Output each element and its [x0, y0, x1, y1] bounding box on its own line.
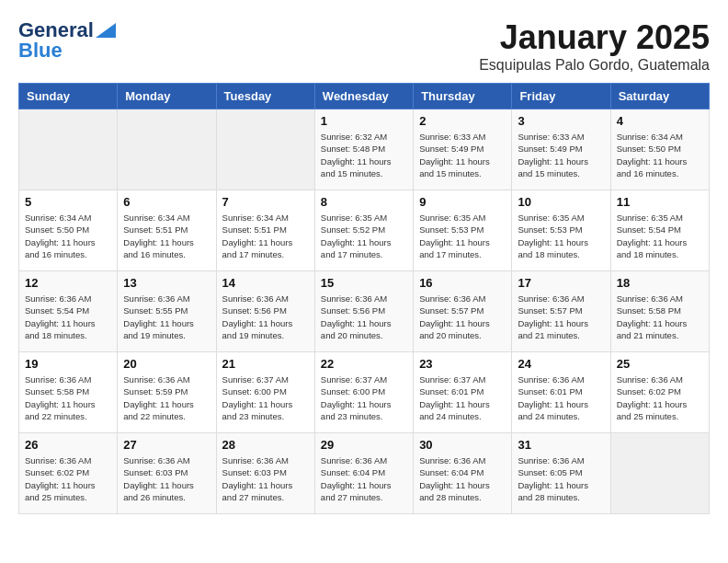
- calendar-cell: [610, 433, 709, 514]
- calendar-cell: 13Sunrise: 6:36 AM Sunset: 5:55 PM Dayli…: [118, 271, 216, 352]
- day-number: 10: [518, 195, 604, 209]
- day-number: 15: [321, 276, 407, 290]
- calendar-cell: 16Sunrise: 6:36 AM Sunset: 5:57 PM Dayli…: [414, 271, 512, 352]
- day-info: Sunrise: 6:36 AM Sunset: 5:54 PM Dayligh…: [25, 293, 111, 341]
- calendar-cell: 29Sunrise: 6:36 AM Sunset: 6:04 PM Dayli…: [314, 433, 413, 514]
- day-info: Sunrise: 6:37 AM Sunset: 6:00 PM Dayligh…: [222, 373, 309, 422]
- day-number: 20: [123, 357, 210, 371]
- logo-icon: [96, 23, 116, 38]
- calendar-week-row: 5Sunrise: 6:34 AM Sunset: 5:50 PM Daylig…: [19, 190, 710, 271]
- day-info: Sunrise: 6:36 AM Sunset: 6:02 PM Dayligh…: [617, 373, 703, 422]
- day-number: 14: [222, 276, 309, 290]
- day-number: 28: [222, 438, 309, 452]
- day-info: Sunrise: 6:36 AM Sunset: 6:01 PM Dayligh…: [518, 373, 604, 422]
- calendar-cell: 14Sunrise: 6:36 AM Sunset: 5:56 PM Dayli…: [216, 271, 314, 352]
- calendar-cell: 9Sunrise: 6:35 AM Sunset: 5:53 PM Daylig…: [414, 190, 512, 271]
- calendar-cell: 3Sunrise: 6:33 AM Sunset: 5:49 PM Daylig…: [512, 109, 610, 190]
- day-info: Sunrise: 6:36 AM Sunset: 5:58 PM Dayligh…: [25, 373, 111, 422]
- day-info: Sunrise: 6:36 AM Sunset: 5:59 PM Dayligh…: [123, 373, 210, 422]
- day-number: 30: [419, 438, 506, 452]
- day-info: Sunrise: 6:37 AM Sunset: 6:00 PM Dayligh…: [321, 373, 407, 422]
- page-header: General Blue January 2025 Esquipulas Pal…: [18, 18, 710, 74]
- day-number: 19: [25, 357, 111, 371]
- day-number: 4: [617, 114, 703, 128]
- day-number: 11: [617, 195, 703, 209]
- day-info: Sunrise: 6:35 AM Sunset: 5:54 PM Dayligh…: [617, 212, 703, 260]
- calendar-cell: 2Sunrise: 6:33 AM Sunset: 5:49 PM Daylig…: [414, 109, 512, 190]
- day-number: 3: [518, 114, 604, 128]
- calendar-cell: 20Sunrise: 6:36 AM Sunset: 5:59 PM Dayli…: [118, 352, 216, 433]
- day-number: 23: [419, 357, 506, 371]
- day-number: 6: [123, 195, 210, 209]
- day-info: Sunrise: 6:34 AM Sunset: 5:51 PM Dayligh…: [222, 212, 309, 260]
- day-info: Sunrise: 6:33 AM Sunset: 5:49 PM Dayligh…: [419, 131, 506, 179]
- calendar-cell: 31Sunrise: 6:36 AM Sunset: 6:05 PM Dayli…: [512, 433, 610, 514]
- month-title: January 2025: [479, 18, 710, 57]
- location-title: Esquipulas Palo Gordo, Guatemala: [479, 57, 710, 74]
- day-info: Sunrise: 6:36 AM Sunset: 5:56 PM Dayligh…: [222, 293, 309, 341]
- calendar-cell: 22Sunrise: 6:37 AM Sunset: 6:00 PM Dayli…: [314, 352, 413, 433]
- day-number: 1: [321, 114, 407, 128]
- day-number: 26: [25, 438, 111, 452]
- logo-text-blue: Blue: [18, 39, 63, 63]
- day-info: Sunrise: 6:36 AM Sunset: 5:55 PM Dayligh…: [123, 293, 210, 341]
- day-info: Sunrise: 6:33 AM Sunset: 5:49 PM Dayligh…: [518, 131, 604, 179]
- day-info: Sunrise: 6:36 AM Sunset: 6:04 PM Dayligh…: [419, 454, 506, 503]
- day-info: Sunrise: 6:36 AM Sunset: 6:02 PM Dayligh…: [25, 454, 111, 503]
- day-number: 5: [25, 195, 111, 209]
- calendar-cell: [19, 109, 118, 190]
- day-info: Sunrise: 6:36 AM Sunset: 5:56 PM Dayligh…: [321, 293, 407, 341]
- day-number: 21: [222, 357, 309, 371]
- weekday-header: Wednesday: [314, 84, 413, 109]
- calendar-cell: 6Sunrise: 6:34 AM Sunset: 5:51 PM Daylig…: [118, 190, 216, 271]
- day-number: 7: [222, 195, 309, 209]
- day-info: Sunrise: 6:34 AM Sunset: 5:50 PM Dayligh…: [25, 212, 111, 260]
- day-info: Sunrise: 6:34 AM Sunset: 5:51 PM Dayligh…: [123, 212, 210, 260]
- day-number: 29: [321, 438, 407, 452]
- day-info: Sunrise: 6:36 AM Sunset: 5:57 PM Dayligh…: [518, 293, 604, 341]
- day-number: 27: [123, 438, 210, 452]
- day-info: Sunrise: 6:35 AM Sunset: 5:53 PM Dayligh…: [419, 212, 506, 260]
- calendar-cell: 25Sunrise: 6:36 AM Sunset: 6:02 PM Dayli…: [610, 352, 709, 433]
- weekday-header: Saturday: [610, 84, 709, 109]
- calendar-cell: 21Sunrise: 6:37 AM Sunset: 6:00 PM Dayli…: [216, 352, 314, 433]
- day-number: 2: [419, 114, 506, 128]
- calendar-cell: 30Sunrise: 6:36 AM Sunset: 6:04 PM Dayli…: [414, 433, 512, 514]
- day-info: Sunrise: 6:36 AM Sunset: 6:04 PM Dayligh…: [321, 454, 407, 503]
- day-number: 24: [518, 357, 604, 371]
- weekday-header: Friday: [512, 84, 610, 109]
- weekday-header: Thursday: [414, 84, 512, 109]
- calendar-cell: 26Sunrise: 6:36 AM Sunset: 6:02 PM Dayli…: [19, 433, 118, 514]
- day-info: Sunrise: 6:36 AM Sunset: 5:58 PM Dayligh…: [617, 293, 703, 341]
- calendar-week-row: 12Sunrise: 6:36 AM Sunset: 5:54 PM Dayli…: [19, 271, 710, 352]
- calendar-cell: 12Sunrise: 6:36 AM Sunset: 5:54 PM Dayli…: [19, 271, 118, 352]
- day-info: Sunrise: 6:36 AM Sunset: 6:03 PM Dayligh…: [123, 454, 210, 503]
- calendar-week-row: 26Sunrise: 6:36 AM Sunset: 6:02 PM Dayli…: [19, 433, 710, 514]
- calendar-cell: 7Sunrise: 6:34 AM Sunset: 5:51 PM Daylig…: [216, 190, 314, 271]
- day-number: 12: [25, 276, 111, 290]
- day-info: Sunrise: 6:35 AM Sunset: 5:53 PM Dayligh…: [518, 212, 604, 260]
- calendar-cell: 8Sunrise: 6:35 AM Sunset: 5:52 PM Daylig…: [314, 190, 413, 271]
- logo: General Blue: [18, 18, 116, 63]
- svg-marker-0: [96, 23, 116, 38]
- calendar-cell: 17Sunrise: 6:36 AM Sunset: 5:57 PM Dayli…: [512, 271, 610, 352]
- calendar-cell: 1Sunrise: 6:32 AM Sunset: 5:48 PM Daylig…: [314, 109, 413, 190]
- calendar-cell: 19Sunrise: 6:36 AM Sunset: 5:58 PM Dayli…: [19, 352, 118, 433]
- calendar-cell: 23Sunrise: 6:37 AM Sunset: 6:01 PM Dayli…: [414, 352, 512, 433]
- calendar-cell: 28Sunrise: 6:36 AM Sunset: 6:03 PM Dayli…: [216, 433, 314, 514]
- day-info: Sunrise: 6:32 AM Sunset: 5:48 PM Dayligh…: [321, 131, 407, 179]
- calendar-cell: 11Sunrise: 6:35 AM Sunset: 5:54 PM Dayli…: [610, 190, 709, 271]
- calendar-cell: 4Sunrise: 6:34 AM Sunset: 5:50 PM Daylig…: [610, 109, 709, 190]
- calendar-cell: 15Sunrise: 6:36 AM Sunset: 5:56 PM Dayli…: [314, 271, 413, 352]
- weekday-header: Sunday: [19, 84, 118, 109]
- calendar-cell: [216, 109, 314, 190]
- day-number: 22: [321, 357, 407, 371]
- weekday-header: Monday: [118, 84, 216, 109]
- calendar-cell: 10Sunrise: 6:35 AM Sunset: 5:53 PM Dayli…: [512, 190, 610, 271]
- calendar-cell: 5Sunrise: 6:34 AM Sunset: 5:50 PM Daylig…: [19, 190, 118, 271]
- calendar-cell: 24Sunrise: 6:36 AM Sunset: 6:01 PM Dayli…: [512, 352, 610, 433]
- calendar-week-row: 19Sunrise: 6:36 AM Sunset: 5:58 PM Dayli…: [19, 352, 710, 433]
- calendar-cell: 18Sunrise: 6:36 AM Sunset: 5:58 PM Dayli…: [610, 271, 709, 352]
- day-number: 8: [321, 195, 407, 209]
- day-number: 16: [419, 276, 506, 290]
